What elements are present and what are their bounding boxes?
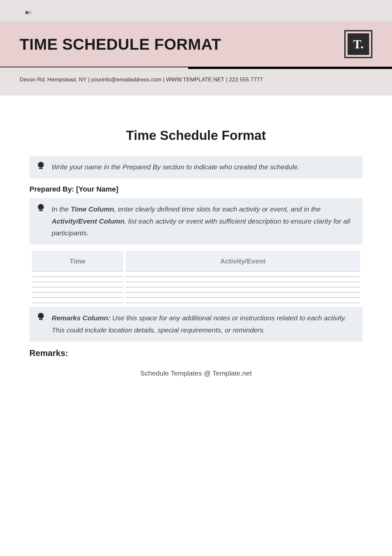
tip2-bold-time: Time Column	[71, 205, 114, 213]
lightbulb-icon	[37, 162, 44, 169]
tip-box-2: In the Time Column, enter clearly define…	[29, 198, 363, 244]
lightbulb-icon	[37, 204, 44, 211]
decorative-flags	[0, 0, 392, 15]
tip3-bold: Remarks Column:	[52, 314, 110, 322]
table-row[interactable]	[32, 293, 360, 298]
schedule-table: Time Activity/Event	[29, 251, 363, 303]
footer-line: Schedule Templates @ Template.net	[29, 369, 363, 377]
document-title: Time Schedule Format	[29, 128, 363, 143]
prepared-by-label: Prepared By: [Your Name]	[29, 185, 363, 194]
table-row[interactable]	[32, 277, 360, 282]
remarks-label: Remarks:	[29, 348, 363, 358]
col-header-activity: Activity/Event	[126, 251, 360, 272]
table-row[interactable]	[32, 298, 360, 303]
logo-text: T.	[348, 33, 369, 55]
tip-text-2: In the Time Column, enter clearly define…	[52, 203, 355, 239]
tip2-bold-activity: Activity/Event Column	[52, 217, 124, 225]
table-row[interactable]	[32, 287, 360, 293]
document-body: Time Schedule Format Write your name in …	[0, 95, 392, 390]
table-row[interactable]	[32, 282, 360, 287]
tip-text-3: Remarks Column: Use this space for any a…	[52, 312, 355, 336]
contact-line: Devon Rd, Hempstead, NY | yourinfo@email…	[0, 69, 392, 92]
banner-title: TIME SCHEDULE FORMAT	[20, 35, 221, 53]
banner: TIME SCHEDULE FORMAT T.	[0, 21, 392, 67]
flag-icon	[28, 11, 31, 14]
page-header-frame: TIME SCHEDULE FORMAT T. Devon Rd, Hempst…	[0, 0, 392, 95]
lightbulb-icon	[37, 313, 44, 320]
tip-box-1: Write your name in the Prepared By secti…	[29, 156, 363, 178]
tip-text-1: Write your name in the Prepared By secti…	[52, 161, 300, 173]
tip-box-3: Remarks Column: Use this space for any a…	[29, 307, 363, 342]
table-row[interactable]	[32, 272, 360, 277]
tip2-part: In the	[52, 205, 71, 213]
divider	[0, 67, 392, 69]
logo-box: T.	[344, 30, 372, 58]
table-header-row: Time Activity/Event	[32, 251, 360, 272]
tip2-part: , enter clearly defined time slots for e…	[114, 205, 321, 213]
col-header-time: Time	[32, 251, 123, 272]
